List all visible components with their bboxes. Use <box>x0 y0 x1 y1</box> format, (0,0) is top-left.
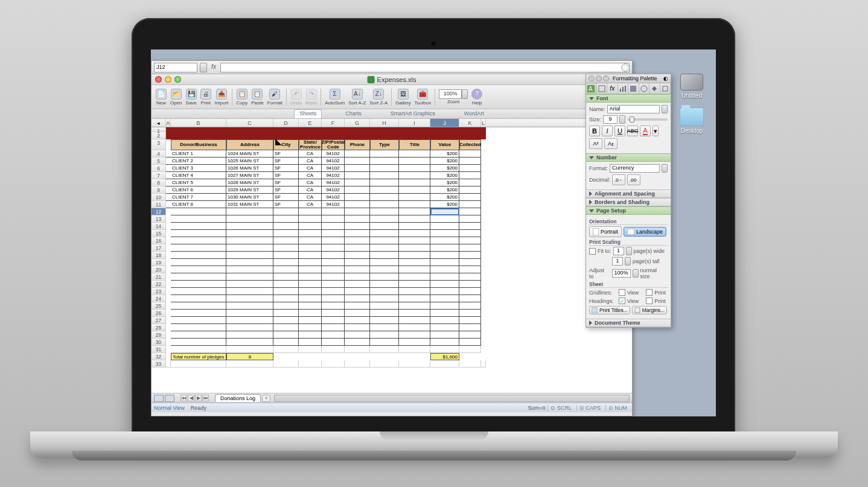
row-header-9[interactable]: 9 <box>152 186 166 194</box>
adjust-to-input[interactable]: 100% <box>612 269 631 278</box>
palette-zoom-icon[interactable] <box>603 75 609 81</box>
palette-tab-scrapbook[interactable] <box>628 83 639 94</box>
toolbar-redo-button[interactable]: ↷Redo <box>304 89 319 106</box>
table-row[interactable]: CLIENT 11024 MAIN STSFCA94102$200 <box>166 150 486 158</box>
table-header[interactable]: State/ Province <box>299 139 322 150</box>
section-font[interactable]: Font <box>586 94 671 103</box>
row-header-3[interactable]: 3 <box>152 139 166 150</box>
toolbar-undo-button[interactable]: ↶Undo <box>289 89 304 106</box>
row-header-20[interactable]: 20 <box>152 266 166 273</box>
table-row[interactable]: CLIENT 61029 MAIN STSFCA94102$200 <box>166 186 486 194</box>
ribbon-tab-charts[interactable]: Charts <box>340 109 367 118</box>
row-header-2[interactable]: 2 <box>152 132 166 139</box>
view-mode-normal-icon[interactable] <box>154 395 164 402</box>
table-row[interactable] <box>166 310 486 317</box>
palette-titlebar[interactable]: Formatting Palette ◐ <box>586 74 671 83</box>
row-header-5[interactable]: 5 <box>152 158 166 165</box>
col-header-C[interactable]: C <box>226 119 273 127</box>
table-header[interactable]: Collected <box>459 139 481 150</box>
font-color-button[interactable]: A <box>640 126 651 136</box>
table-row[interactable]: CLIENT 51028 MAIN STSFCA94102$200 <box>166 179 486 186</box>
col-header-J[interactable]: J <box>430 119 459 127</box>
table-row[interactable] <box>166 273 486 281</box>
table-row[interactable] <box>166 317 486 324</box>
formatting-palette[interactable]: Formatting Palette ◐ A fx Font Name:Aria… <box>586 74 671 328</box>
section-number[interactable]: Number <box>586 153 671 162</box>
palette-tab-object[interactable] <box>597 83 608 94</box>
font-size-input[interactable]: 9 <box>603 115 617 124</box>
row-header-15[interactable]: 15 <box>152 230 166 237</box>
row-header-33[interactable]: 33 <box>152 360 166 368</box>
row-header-18[interactable]: 18 <box>152 252 166 259</box>
table-row[interactable]: CLIENT 21025 MAIN STSFCA94102$200 <box>166 158 486 165</box>
col-header-G[interactable]: G <box>345 119 370 127</box>
row-header-8[interactable]: 8 <box>152 179 166 186</box>
row-header-17[interactable]: 17 <box>152 244 166 252</box>
row-header-25[interactable]: 25 <box>152 302 166 310</box>
gridlines-print-checkbox[interactable] <box>646 289 653 296</box>
number-format-stepper[interactable] <box>662 164 668 173</box>
toolbar-copy-button[interactable]: 📋Copy <box>234 89 249 106</box>
table-row[interactable] <box>166 208 486 215</box>
font-size-stepper[interactable] <box>619 115 625 124</box>
section-borders[interactable]: Borders and Shading <box>586 198 671 206</box>
row-header-4[interactable]: 4 <box>152 150 166 158</box>
table-row[interactable] <box>166 230 486 237</box>
row-header-23[interactable]: 23 <box>152 288 166 295</box>
row-header-6[interactable]: 6 <box>152 165 166 172</box>
section-alignment[interactable]: Alignment and Spacing <box>586 189 671 198</box>
table-header[interactable]: City <box>273 139 299 150</box>
landscape-button[interactable]: Landscape <box>624 227 666 237</box>
sheet-nav-prev-icon[interactable]: ◀ <box>188 395 194 401</box>
table-header[interactable]: Phone <box>345 139 370 150</box>
row-header-27[interactable]: 27 <box>152 317 166 324</box>
fx-icon[interactable]: fx <box>209 63 218 72</box>
row-header-21[interactable]: 21 <box>152 273 166 281</box>
col-header-A[interactable]: A <box>166 119 171 127</box>
row-header-1[interactable]: 1 <box>152 127 166 132</box>
col-header-E[interactable]: E <box>299 119 322 127</box>
table-header[interactable]: Address <box>226 139 273 150</box>
row-header-16[interactable]: 16 <box>152 237 166 244</box>
formula-bar-close-icon[interactable] <box>621 63 630 72</box>
col-header-L[interactable]: L <box>481 119 486 127</box>
name-box-stepper[interactable] <box>200 63 207 72</box>
font-name-stepper[interactable] <box>662 105 668 113</box>
ribbon-tab-wordart[interactable]: WordArt <box>459 109 490 118</box>
table-row[interactable]: CLIENT 81031 MAIN STSFCA94102$200 <box>166 201 486 208</box>
table-row[interactable] <box>166 252 486 259</box>
palette-tab-project[interactable] <box>660 83 671 94</box>
pages-wide-stepper[interactable] <box>626 247 632 255</box>
palette-min-icon[interactable] <box>596 75 602 81</box>
spreadsheet-grid[interactable]: 1234567891011121314151617181920212223242… <box>152 127 632 393</box>
table-header[interactable]: Donor/Business <box>171 139 226 150</box>
table-header[interactable]: Title <box>399 139 430 150</box>
toolbar-import-button[interactable]: 📥Import <box>213 89 231 106</box>
row-header-26[interactable]: 26 <box>152 310 166 317</box>
name-box[interactable]: J12 <box>154 63 197 72</box>
section-document-theme[interactable]: Document Theme <box>586 319 671 327</box>
table-row[interactable] <box>166 266 486 273</box>
table-row[interactable] <box>166 339 486 346</box>
hard-drive-icon[interactable]: Untitled <box>674 74 710 99</box>
pages-tall-input[interactable]: 1 <box>612 257 623 266</box>
margins-button[interactable]: Margins... <box>632 306 667 314</box>
table-row[interactable] <box>166 259 486 266</box>
row-header-28[interactable]: 28 <box>152 324 166 331</box>
row-header-24[interactable]: 24 <box>152 295 166 302</box>
strikethrough-button[interactable]: ABC <box>627 126 638 136</box>
sheet-nav-next-icon[interactable]: ▶ <box>195 395 202 401</box>
underline-button[interactable]: U <box>614 126 625 136</box>
col-header-D[interactable]: D <box>273 119 299 127</box>
toolbar-gallery-button[interactable]: 🖼Gallery <box>394 89 412 106</box>
fit-to-checkbox[interactable] <box>589 248 596 255</box>
minimize-icon[interactable] <box>165 76 171 83</box>
view-mode-page-icon[interactable] <box>165 395 174 402</box>
toolbar-sort a-z-button[interactable]: A↓Sort A-Z <box>346 89 368 106</box>
headings-view-checkbox[interactable]: ✓ <box>619 298 625 304</box>
adjust-to-stepper[interactable] <box>633 269 639 278</box>
shrink-font-button[interactable]: A₂ <box>604 138 617 149</box>
table-row[interactable] <box>166 237 486 244</box>
toolbar-new-button[interactable]: 📄New <box>154 89 168 106</box>
gridlines-view-checkbox[interactable] <box>619 289 625 296</box>
